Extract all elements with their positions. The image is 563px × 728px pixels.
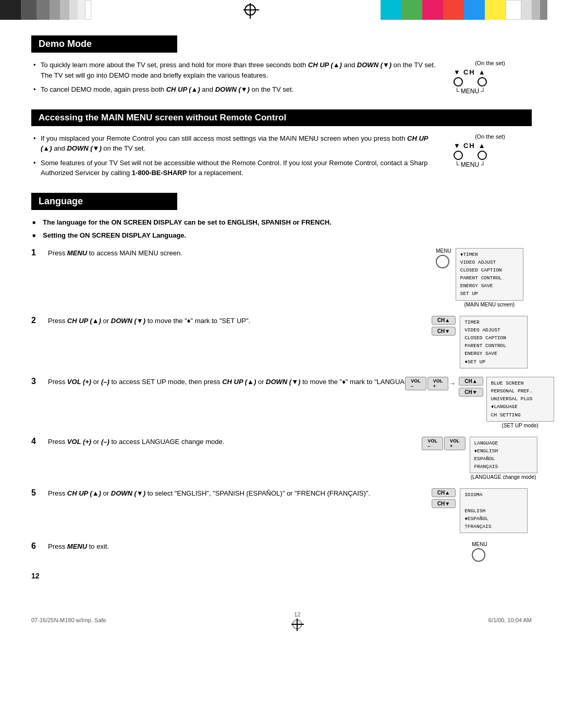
step-1-left: 1 Press MENU to access MAIN MENU screen. [31,248,422,307]
ch-button-left-1 [454,77,463,87]
accessing-text: If you misplaced your Remote Control you… [31,133,438,182]
chv-step5[interactable]: CH▼ [432,499,456,508]
accessing-bullet-2: Some features of your TV Set will not be… [31,158,438,178]
step-6: 6 Press MENU to exit. MENU [31,541,532,563]
accessing-header: Accessing the MAIN MENU screen without R… [31,109,532,126]
step-text-3: Press VOL (+) or (–) to access SET UP mo… [48,377,422,387]
screen-label-step4: (LANGUAGE change mode) [470,474,537,480]
step-text-2: Press CH UP (▲) or DOWN (▼) to move the … [48,316,422,326]
step-text-6: Press MENU to exit. [48,541,422,552]
chv-button-step2[interactable]: CH▼ [432,327,456,336]
step-5-right: CH▲ CH▼ IDIOMA ENGLISH ♦ESPAÑOL †FRANÇAI… [422,488,532,533]
on-the-set-label-1: (On the set) [448,60,532,66]
step-2-left: 2 Press CH UP (▲) or DOWN (▼) to move th… [31,316,422,368]
sq-bullet-1: The language for the ON SCREEN DISPLAY c… [31,217,532,228]
language-header: Language [31,193,177,210]
step-number-6: 6 [31,541,44,551]
chv-step3[interactable]: CH▼ [459,388,483,397]
step-3-right: VOL– VOL+ → CH▲ CH▼ [422,377,532,428]
ch-row-2: ▼ CH ▲ [454,142,485,150]
step-text-1: Press MENU to access MAIN MENU screen. [48,248,422,258]
ch-label-1: CH [463,68,475,76]
step-number-2: 2 [31,316,44,325]
step-number-5: 5 [31,488,44,498]
demo-mode-bullets: To quickly learn more about the TV set, … [31,60,438,95]
screen-label-step3: (SET UP mode) [486,423,554,428]
step-2-right: CH▲ CH▼ TIMER VIDEO ADJUST CLOSED CAPTIO… [422,316,532,368]
demo-mode-section: Demo Mode To quickly learn more about th… [31,35,532,99]
cha-chv-step3: CH▲ CH▼ [459,377,483,397]
menu-bracket-1: └ MENU ┘ [455,88,485,95]
step-4: 4 Press VOL (+) or (–) to access LANGUAG… [31,437,532,480]
accessing-section: Accessing the MAIN MENU screen without R… [31,109,532,182]
vol-minus-step3[interactable]: VOL– [405,377,426,390]
ch-button-left-2 [454,151,463,160]
menu-button-step6 [472,548,485,562]
page-number-bold: 12 [31,572,532,580]
cha-step5[interactable]: CH▲ [432,488,456,497]
step-1-right: MENU ♦TIMER VIDEO ADJUST CLOSED CAPTION … [422,248,532,307]
ch-button-right-1 [478,77,487,87]
demo-mode-content: To quickly learn more about the TV set, … [31,60,532,99]
grayscale-bars-left [0,0,120,20]
step-4-left: 4 Press VOL (+) or (–) to access LANGUAG… [31,437,422,480]
footer-left: 07-16/25N-M180 w/Imp. Safe [31,617,106,623]
cha-chv-step5: CH▲ CH▼ [432,488,456,508]
cha-button-step2[interactable]: CH▲ [432,316,456,325]
step-2: 2 Press CH UP (▲) or DOWN (▼) to move th… [31,316,532,368]
vol-plus-step4[interactable]: VOL+ [444,437,466,450]
top-bar-center [120,0,381,20]
menu-bracket-2: └ MENU ┘ [455,161,485,168]
demo-mode-header: Demo Mode [31,35,177,53]
vol-buttons-step3: VOL– [405,377,426,390]
step-number-3: 3 [31,377,44,386]
screen-step1: ♦TIMER VIDEO ADJUST CLOSED CAPTION PAREN… [456,248,523,301]
registration-mark-bottom [292,620,302,629]
ch-label-2: CH [463,142,475,150]
demo-bullet-1: To quickly learn more about the TV set, … [31,60,438,80]
menu-label-step6: MENU [472,541,487,547]
step-number-4: 4 [31,437,44,446]
accessing-bullets: If you misplaced your Remote Control you… [31,133,438,178]
step-number-1: 1 [31,248,44,257]
language-square-bullets: The language for the ON SCREEN DISPLAY c… [31,217,532,241]
registration-mark-top [244,4,256,16]
ch-button-right-2 [478,151,487,160]
accessing-diagram: (On the set) ▼ CH ▲ └ MENU ┘ [448,133,532,168]
step-text-5: Press CH UP (▲) or DOWN (▼) to select "E… [48,488,422,499]
top-color-bar [0,0,563,20]
menu-label-step1: MENU [436,248,451,254]
screen-step3: BLUE SCREEN PERSONAL PREF. UNIVERSAL PLU… [486,377,554,422]
screen-step5: IDIOMA ENGLISH ♦ESPAÑOL †FRANÇAIS [460,488,528,533]
vol-plus-btn-step3[interactable]: VOL+ [427,377,449,390]
color-bars-right [381,0,563,20]
step-3-left: 3 Press VOL (+) or (–) to access SET UP … [31,377,422,428]
step-5: 5 Press CH UP (▲) or DOWN (▼) to select … [31,488,532,533]
step-5-left: 5 Press CH UP (▲) or DOWN (▼) to select … [31,488,422,533]
screen-label-step1: (MAIN MENU screen) [456,302,523,307]
on-the-set-label-2: (On the set) [448,133,532,140]
language-section: Language The language for the ON SCREEN … [31,193,532,564]
demo-mode-text: To quickly learn more about the TV set, … [31,60,438,99]
footer-right: 6/1/00, 10:04 AM [488,617,532,623]
accessing-bullet-1: If you misplaced your Remote Control you… [31,133,438,154]
cha-chv-buttons-step2: CH▲ CH▼ [432,316,456,336]
demo-mode-diagram: (On the set) ▼ CH ▲ └ MENU ┘ [448,60,532,95]
page-footer: 07-16/25N-M180 w/Imp. Safe 12 6/1/00, 10… [0,606,563,634]
step-1: 1 Press MENU to access MAIN MENU screen.… [31,248,532,307]
cha-step3[interactable]: CH▲ [459,377,483,386]
main-content: Demo Mode To quickly learn more about th… [0,20,563,596]
vol-plus-step3: VOL+ [427,377,449,390]
step-3: 3 Press VOL (+) or (–) to access SET UP … [31,377,532,428]
accessing-content: If you misplaced your Remote Control you… [31,133,532,182]
ch-row-1: ▼ CH ▲ [454,68,485,76]
vol-minus-step4[interactable]: VOL– [422,437,443,450]
step-6-left: 6 Press MENU to exit. [31,541,422,563]
footer-center-page: 12 [294,611,300,618]
step-6-right: MENU [422,541,532,563]
demo-bullet-2: To cancel DEMO mode, again press both CH… [31,84,438,95]
step-text-4: Press VOL (+) or (–) to access LANGUAGE … [48,437,422,447]
screen-step2: TIMER VIDEO ADJUST CLOSED CAPTION PARENT… [460,316,528,368]
menu-button-step1 [436,255,449,268]
sq-bullet-2: Setting the ON SCREEN DISPLAY Language. [31,230,532,241]
